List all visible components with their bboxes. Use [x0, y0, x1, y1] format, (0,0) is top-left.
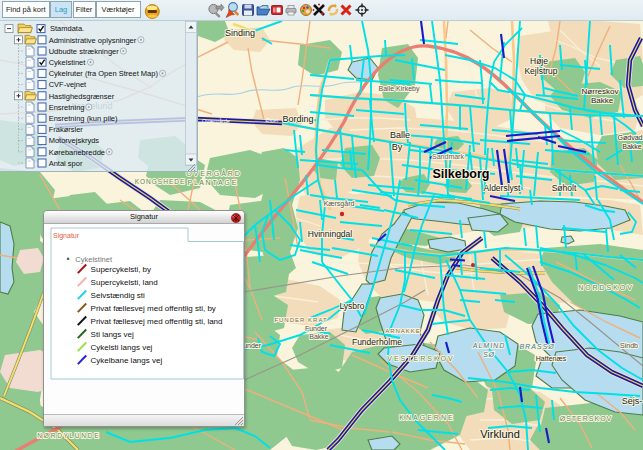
svg-text:N O R D S K O V: N O R D S K O V	[578, 284, 632, 291]
svg-text:Antal spor: Antal spor	[49, 159, 83, 168]
svg-text:Kejlstrup: Kejlstrup	[524, 66, 557, 76]
svg-text:Gødvad: Gødvad	[618, 134, 643, 141]
svg-text:Privat fællesvej med offentlig: Privat fællesvej med offentlig sti, by	[91, 304, 216, 313]
svg-text:Frakørsler: Frakørsler	[49, 125, 84, 134]
svg-text:BRASSØ: BRASSØ	[519, 343, 554, 350]
svg-text:Motorvejskryds: Motorvejskryds	[49, 136, 100, 145]
svg-text:Cykelstinet: Cykelstinet	[49, 58, 87, 67]
svg-text:Funderholme: Funderholme	[352, 337, 402, 347]
svg-text:Kørebanebredde: Kørebanebredde	[49, 148, 105, 157]
svg-text:Cykelsti langs vej: Cykelsti langs vej	[91, 343, 153, 352]
svg-text:Lysbro: Lysbro	[339, 301, 364, 311]
svg-text:Funder: Funder	[305, 325, 328, 332]
svg-text:Supercykelsti, land: Supercykelsti, land	[91, 278, 158, 287]
svg-text:Oværgårde: Oværgårde	[202, 118, 230, 124]
svg-text:Virklund: Virklund	[480, 428, 520, 440]
svg-text:Hattenæs: Hattenæs	[536, 355, 567, 362]
svg-text:Søholt: Søholt	[552, 183, 577, 193]
svg-text:Cykelbane langs vej: Cykelbane langs vej	[91, 356, 163, 365]
svg-text:SØ: SØ	[483, 351, 495, 358]
svg-text:Stamdata.: Stamdata.	[50, 24, 84, 33]
svg-text:Øster: Øster	[265, 117, 279, 123]
svg-text:Signatur: Signatur	[53, 232, 80, 240]
svg-text:FUNDER KRAT: FUNDER KRAT	[274, 317, 327, 323]
svg-text:VESTERSKOV: VESTERSKOV	[387, 355, 454, 362]
svg-text:Administrative oplysninger: Administrative oplysninger	[49, 36, 137, 45]
svg-text:Sejs-: Sejs-	[622, 396, 643, 406]
svg-text:CVF-vejnet: CVF-vejnet	[49, 80, 87, 89]
svg-text:Sindb: Sindb	[620, 342, 638, 349]
svg-text:Bording: Bording	[282, 114, 313, 124]
svg-text:Hvinningdal: Hvinningdal	[308, 229, 353, 239]
svg-text:Alderslyst: Alderslyst	[484, 183, 521, 193]
svg-text:Silkeborg: Silkeborg	[433, 167, 490, 181]
svg-text:Cykelruter (fra Open Street Ma: Cykelruter (fra Open Street Map)	[49, 69, 159, 78]
svg-text:Nørreskov: Nørreskov	[582, 87, 619, 96]
svg-text:Sandmark: Sandmark	[432, 153, 464, 160]
svg-text:Bakke: Bakke	[622, 143, 642, 150]
svg-text:Sinding: Sinding	[225, 28, 255, 38]
svg-text:Bakke: Bakke	[309, 333, 329, 340]
svg-text:Ensretning: Ensretning	[49, 103, 85, 112]
svg-text:Bakke: Bakke	[591, 96, 614, 105]
svg-text:P L A N T A G E: P L A N T A G E	[188, 179, 237, 186]
svg-text:Balle Kirkeby: Balle Kirkeby	[379, 85, 420, 93]
svg-text:Hastighedsgrænser: Hastighedsgrænser	[49, 92, 115, 101]
svg-text:ØSTERSKOV: ØSTERSKOV	[560, 415, 613, 422]
svg-text:By: By	[392, 142, 403, 152]
svg-text:Selvstændig sti: Selvstændig sti	[91, 291, 145, 300]
svg-text:ARNAKKE: ARNAKKE	[385, 328, 421, 334]
svg-text:Privat fællesvej med offentlig: Privat fællesvej med offentlig sti, land	[91, 317, 223, 326]
svg-text:Udbudte strækninger: Udbudte strækninger	[49, 47, 120, 56]
svg-text:Balle: Balle	[390, 130, 410, 140]
svg-text:KNAGERNE: KNAGERNE	[399, 414, 454, 421]
svg-text:Høje: Høje	[530, 56, 548, 66]
svg-text:Supercykelsti, by: Supercykelsti, by	[91, 265, 151, 274]
svg-text:Kærsgård: Kærsgård	[324, 200, 355, 208]
svg-text:Cykelstinet: Cykelstinet	[75, 255, 113, 264]
svg-text:Ensretning (kun pile): Ensretning (kun pile)	[49, 114, 118, 123]
svg-text:Sti langs vej: Sti langs vej	[91, 330, 134, 339]
svg-text:KONGSHEDE: KONGSHEDE	[135, 178, 186, 185]
svg-text:N Ø R D Y L U N D E: N Ø R D Y L U N D E	[37, 432, 99, 439]
svg-text:ALMIND: ALMIND	[472, 342, 505, 349]
